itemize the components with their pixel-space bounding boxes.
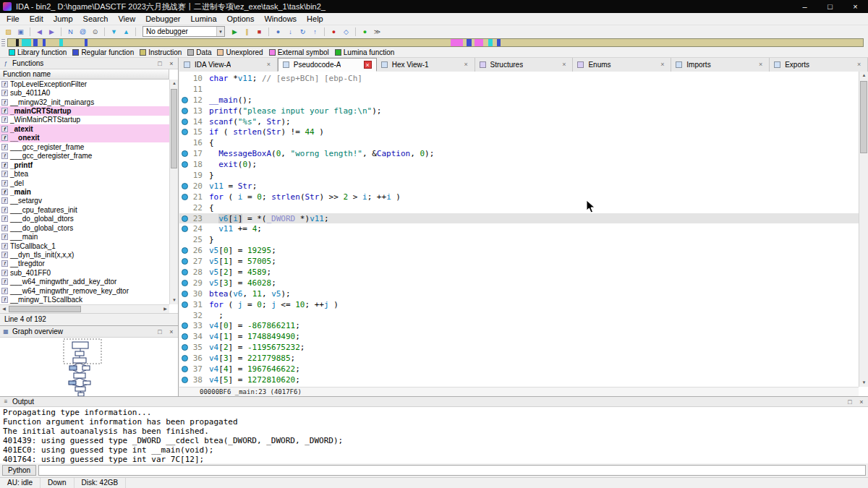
code-line-18[interactable]: 18 exit(0); <box>179 159 859 170</box>
function-row[interactable]: fsub_401FF0 <box>0 268 169 277</box>
functions-vertical-scrollbar[interactable]: ▲ ▼ <box>169 80 178 304</box>
lumina-pull-icon[interactable]: ▼ <box>109 27 119 37</box>
code-line-15[interactable]: 15if ( strlen(Str) != 44 ) <box>179 127 859 137</box>
function-name-column-header[interactable]: Function name <box>0 69 169 80</box>
open-file-icon[interactable]: ▨ <box>3 27 14 37</box>
function-row[interactable]: f___do_global_dtors <box>0 215 169 223</box>
menu-file[interactable]: File <box>1 13 25 25</box>
function-row[interactable]: f__setargv <box>0 197 169 205</box>
scrollbar-thumb[interactable] <box>860 81 867 153</box>
function-row[interactable]: f_main <box>0 187 169 196</box>
code-line-32[interactable]: 32 ; <box>179 310 859 321</box>
code-line-13[interactable]: 13printf("please input your flag:\n"); <box>179 106 859 116</box>
function-row[interactable]: f___do_global_ctors <box>0 223 169 232</box>
tab-close-icon[interactable]: × <box>462 61 470 69</box>
pseudocode-view[interactable]: 10char *v11; // [esp+BCh] [ebp-Ch]1112__… <box>179 72 859 387</box>
function-row[interactable]: f_del <box>0 179 169 187</box>
ida-status-light-icon[interactable]: ● <box>359 27 370 37</box>
maximize-button[interactable]: □ <box>817 0 843 13</box>
code-line-23[interactable]: 23 v6[i] = *(_DWORD *)v11; <box>179 213 859 224</box>
code-line-29[interactable]: 29v5[3] = 46028; <box>179 278 859 288</box>
code-line-28[interactable]: 28v5[2] = 4589; <box>179 267 859 278</box>
tab-ida-view-a[interactable]: IDA View-A× <box>179 58 278 72</box>
menu-help[interactable]: Help <box>302 13 328 25</box>
code-line-24[interactable]: 24 v11 += 4; <box>179 223 859 234</box>
code-line-11[interactable]: 11 <box>179 84 859 95</box>
function-row[interactable]: f_mainCRTStartup <box>0 106 169 115</box>
tab-close-icon[interactable]: × <box>265 61 273 69</box>
menu-view[interactable]: View <box>113 13 140 25</box>
code-line-36[interactable]: 36v4[3] = 221779885; <box>179 353 859 364</box>
function-row[interactable]: f__onexit <box>0 134 169 142</box>
output-content[interactable]: Propagating type information...Function … <box>0 407 868 463</box>
functions-horizontal-scrollbar[interactable]: ◀ ▶ <box>0 304 169 313</box>
graph-overview-canvas[interactable] <box>0 338 178 396</box>
code-line-26[interactable]: 26v5[0] = 19295; <box>179 245 859 256</box>
close-panel-icon[interactable]: × <box>167 328 176 335</box>
function-row[interactable]: fTopLevelExceptionFilter <box>0 80 169 88</box>
code-line-14[interactable]: 14scanf("%s", Str); <box>179 116 859 127</box>
python-console-icon[interactable]: ≫ <box>372 27 383 37</box>
code-line-17[interactable]: 17 MessageBoxA(0, "worng length!", &Capt… <box>179 148 859 159</box>
code-line-38[interactable]: 38v4[5] = 1272810620; <box>179 374 859 385</box>
function-row[interactable]: f__tlregdtor <box>0 260 169 268</box>
step-over-icon[interactable]: ↻ <box>297 27 308 37</box>
function-row[interactable]: f___gcc_deregister_frame <box>0 152 169 160</box>
stop-process-icon[interactable]: ■ <box>254 27 265 37</box>
run-until-return-icon[interactable]: ↑ <box>310 27 320 37</box>
function-row[interactable]: f___cpu_features_init <box>0 205 169 214</box>
function-row[interactable]: f___w64_mingwthr_add_key_dtor <box>0 278 169 286</box>
function-row[interactable]: f_atexit <box>0 124 169 133</box>
step-into-icon[interactable]: ↓ <box>285 27 296 37</box>
code-line-27[interactable]: 27v5[1] = 57005; <box>179 256 859 267</box>
menu-edit[interactable]: Edit <box>25 13 48 25</box>
code-line-37[interactable]: 37v4[4] = 1967646622; <box>179 364 859 374</box>
lumina-push-icon[interactable]: ▲ <box>121 27 132 37</box>
close-panel-icon[interactable]: × <box>167 60 176 67</box>
jump-name-icon[interactable]: N <box>65 27 76 37</box>
function-row[interactable]: fTlsCallback_1 <box>0 241 169 250</box>
scroll-up-icon[interactable]: ▲ <box>859 72 868 80</box>
pseudocode-vertical-scrollbar[interactable]: ▲ ▼ <box>859 72 868 387</box>
python-input[interactable] <box>38 465 866 476</box>
code-line-20[interactable]: 20v11 = Str; <box>179 181 859 192</box>
close-button[interactable]: × <box>843 0 868 13</box>
pause-process-icon[interactable]: ∥ <box>242 27 252 37</box>
code-line-12[interactable]: 12__main(); <box>179 95 859 106</box>
function-row[interactable]: f_WinMainCRTStartup <box>0 116 169 124</box>
tab-enums[interactable]: Enums× <box>573 58 671 72</box>
function-row[interactable]: f___w64_mingwthr_remove_key_dtor <box>0 286 169 295</box>
float-panel-icon[interactable]: □ <box>156 328 164 335</box>
nav-forward-icon[interactable]: ▶ <box>46 27 57 37</box>
code-line-10[interactable]: 10char *v11; // [esp+BCh] [ebp-Ch] <box>179 73 859 84</box>
function-row[interactable]: f_printf <box>0 160 169 169</box>
minimize-button[interactable]: – <box>792 0 817 13</box>
function-row[interactable]: f___gcc_register_frame <box>0 142 169 151</box>
function-row[interactable]: f_btea <box>0 169 169 178</box>
function-row[interactable]: f__mingw32_init_mainargs <box>0 98 169 106</box>
tab-imports[interactable]: Imports× <box>671 58 770 72</box>
scroll-down-icon[interactable]: ▼ <box>170 296 179 304</box>
function-row[interactable]: f__mingw_TLScallback <box>0 296 169 304</box>
float-panel-icon[interactable]: □ <box>846 398 854 406</box>
code-line-19[interactable]: 19} <box>179 170 859 181</box>
code-line-33[interactable]: 33v4[0] = -867866211; <box>179 320 859 331</box>
menu-jump[interactable]: Jump <box>48 13 78 25</box>
watch-icon[interactable]: ◇ <box>341 27 352 37</box>
code-line-35[interactable]: 35v4[2] = -1195675232; <box>179 342 859 353</box>
scrollbar-thumb[interactable] <box>9 306 81 312</box>
menu-windows[interactable]: Windows <box>259 13 302 25</box>
tab-close-icon[interactable]: × <box>757 61 765 69</box>
code-line-22[interactable]: 22{ <box>179 202 859 213</box>
close-panel-icon[interactable]: × <box>857 398 866 406</box>
python-label[interactable]: Python <box>2 465 36 476</box>
code-line-16[interactable]: 16{ <box>179 137 859 148</box>
scroll-left-icon[interactable]: ◀ <box>0 305 8 313</box>
start-process-icon[interactable]: ▶ <box>229 27 240 37</box>
breakpoint-icon[interactable]: ● <box>328 27 339 37</box>
attach-process-icon[interactable]: ● <box>273 27 284 37</box>
code-line-31[interactable]: 31for ( j = 0; j <= 10; ++j ) <box>179 299 859 310</box>
tab-hex-view-1[interactable]: Hex View-1× <box>377 58 475 72</box>
tab-close-icon[interactable]: × <box>658 61 666 69</box>
code-line-25[interactable]: 25} <box>179 234 859 245</box>
